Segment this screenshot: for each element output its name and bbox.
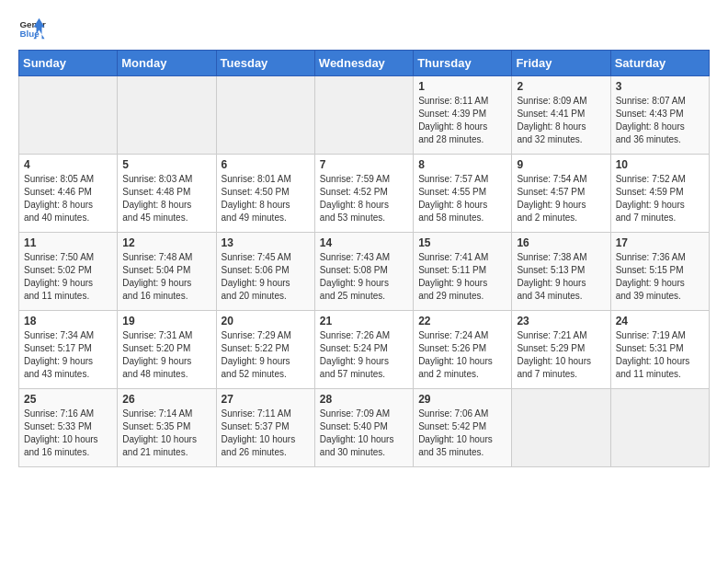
day-number: 25: [24, 393, 112, 406]
header-cell-tuesday: Tuesday: [216, 51, 314, 76]
day-number: 20: [222, 315, 310, 327]
day-cell: 21Sunrise: 7:26 AM Sunset: 5:24 PM Dayli…: [314, 311, 413, 389]
header-cell-friday: Friday: [512, 51, 610, 76]
logo: General Blue: [18, 15, 46, 42]
day-cell: 12Sunrise: 7:48 AM Sunset: 5:04 PM Dayli…: [118, 233, 216, 311]
day-number: 8: [418, 158, 506, 171]
day-cell: 11Sunrise: 7:50 AM Sunset: 5:02 PM Dayli…: [19, 233, 118, 311]
day-number: 12: [122, 236, 210, 249]
day-info: Sunrise: 7:11 AM Sunset: 5:37 PM Dayligh…: [222, 408, 310, 459]
week-row-3: 18Sunrise: 7:34 AM Sunset: 5:17 PM Dayli…: [19, 311, 710, 389]
day-info: Sunrise: 7:14 AM Sunset: 5:35 PM Dayligh…: [122, 408, 210, 459]
day-cell: 29Sunrise: 7:06 AM Sunset: 5:42 PM Dayli…: [414, 389, 512, 467]
day-cell: 15Sunrise: 7:41 AM Sunset: 5:11 PM Dayli…: [414, 233, 512, 311]
day-info: Sunrise: 7:26 AM Sunset: 5:24 PM Dayligh…: [320, 329, 408, 381]
week-row-4: 25Sunrise: 7:16 AM Sunset: 5:33 PM Dayli…: [19, 389, 710, 467]
day-number: 18: [24, 315, 112, 327]
day-number: 29: [418, 393, 506, 406]
day-number: 16: [517, 236, 605, 249]
day-number: 14: [320, 236, 408, 249]
day-cell: [216, 76, 314, 155]
day-info: Sunrise: 7:29 AM Sunset: 5:22 PM Dayligh…: [222, 329, 310, 381]
day-cell: 22Sunrise: 7:24 AM Sunset: 5:26 PM Dayli…: [414, 311, 512, 389]
week-row-0: 1Sunrise: 8:11 AM Sunset: 4:39 PM Daylig…: [19, 76, 710, 155]
day-cell: 26Sunrise: 7:14 AM Sunset: 5:35 PM Dayli…: [118, 389, 216, 467]
day-cell: 10Sunrise: 7:52 AM Sunset: 4:59 PM Dayli…: [610, 155, 709, 233]
day-number: 19: [122, 315, 210, 327]
day-cell: 27Sunrise: 7:11 AM Sunset: 5:37 PM Dayli…: [216, 389, 314, 467]
day-number: 4: [24, 158, 112, 171]
calendar-table: SundayMondayTuesdayWednesdayThursdayFrid…: [18, 50, 710, 467]
day-cell: 14Sunrise: 7:43 AM Sunset: 5:08 PM Dayli…: [314, 233, 413, 311]
day-info: Sunrise: 7:31 AM Sunset: 5:20 PM Dayligh…: [122, 329, 210, 381]
day-number: 27: [222, 393, 310, 406]
day-cell: 9Sunrise: 7:54 AM Sunset: 4:57 PM Daylig…: [512, 155, 610, 233]
day-number: 10: [616, 158, 704, 171]
day-info: Sunrise: 8:09 AM Sunset: 4:41 PM Dayligh…: [517, 95, 605, 146]
day-number: 13: [222, 236, 310, 249]
calendar-header-row: SundayMondayTuesdayWednesdayThursdayFrid…: [19, 51, 710, 76]
day-info: Sunrise: 7:54 AM Sunset: 4:57 PM Dayligh…: [517, 173, 605, 224]
header-cell-saturday: Saturday: [610, 51, 709, 76]
day-number: 23: [517, 315, 605, 327]
day-cell: 5Sunrise: 8:03 AM Sunset: 4:48 PM Daylig…: [118, 155, 216, 233]
day-info: Sunrise: 7:06 AM Sunset: 5:42 PM Dayligh…: [418, 408, 506, 459]
day-number: 21: [320, 315, 408, 327]
day-info: Sunrise: 8:05 AM Sunset: 4:46 PM Dayligh…: [24, 173, 112, 224]
day-info: Sunrise: 7:24 AM Sunset: 5:26 PM Dayligh…: [418, 329, 506, 381]
day-info: Sunrise: 7:38 AM Sunset: 5:13 PM Dayligh…: [517, 251, 605, 303]
day-number: 7: [320, 158, 408, 171]
day-info: Sunrise: 7:50 AM Sunset: 5:02 PM Dayligh…: [24, 251, 112, 303]
day-cell: 24Sunrise: 7:19 AM Sunset: 5:31 PM Dayli…: [610, 311, 709, 389]
day-cell: 2Sunrise: 8:09 AM Sunset: 4:41 PM Daylig…: [512, 76, 610, 155]
day-cell: 16Sunrise: 7:38 AM Sunset: 5:13 PM Dayli…: [512, 233, 610, 311]
header-cell-wednesday: Wednesday: [314, 51, 413, 76]
day-cell: 20Sunrise: 7:29 AM Sunset: 5:22 PM Dayli…: [216, 311, 314, 389]
day-info: Sunrise: 7:09 AM Sunset: 5:40 PM Dayligh…: [320, 408, 408, 459]
day-cell: 6Sunrise: 8:01 AM Sunset: 4:50 PM Daylig…: [216, 155, 314, 233]
day-cell: 19Sunrise: 7:31 AM Sunset: 5:20 PM Dayli…: [118, 311, 216, 389]
day-cell: 3Sunrise: 8:07 AM Sunset: 4:43 PM Daylig…: [610, 76, 709, 155]
day-info: Sunrise: 7:41 AM Sunset: 5:11 PM Dayligh…: [418, 251, 506, 303]
day-cell: [19, 76, 118, 155]
day-cell: 17Sunrise: 7:36 AM Sunset: 5:15 PM Dayli…: [610, 233, 709, 311]
day-cell: 23Sunrise: 7:21 AM Sunset: 5:29 PM Dayli…: [512, 311, 610, 389]
day-number: 2: [517, 80, 605, 93]
day-info: Sunrise: 8:07 AM Sunset: 4:43 PM Dayligh…: [616, 95, 704, 146]
day-number: 1: [418, 80, 506, 93]
day-number: 15: [418, 236, 506, 249]
day-number: 9: [517, 158, 605, 171]
day-number: 26: [122, 393, 210, 406]
day-cell: [610, 389, 709, 467]
day-info: Sunrise: 7:59 AM Sunset: 4:52 PM Dayligh…: [320, 173, 408, 224]
day-cell: 25Sunrise: 7:16 AM Sunset: 5:33 PM Dayli…: [19, 389, 118, 467]
day-info: Sunrise: 7:57 AM Sunset: 4:55 PM Dayligh…: [418, 173, 506, 224]
day-number: 17: [616, 236, 704, 249]
day-info: Sunrise: 7:36 AM Sunset: 5:15 PM Dayligh…: [616, 251, 704, 303]
day-info: Sunrise: 7:21 AM Sunset: 5:29 PM Dayligh…: [517, 329, 605, 381]
day-cell: [512, 389, 610, 467]
day-number: 3: [616, 80, 704, 93]
day-cell: 4Sunrise: 8:05 AM Sunset: 4:46 PM Daylig…: [19, 155, 118, 233]
day-cell: 8Sunrise: 7:57 AM Sunset: 4:55 PM Daylig…: [414, 155, 512, 233]
day-cell: 13Sunrise: 7:45 AM Sunset: 5:06 PM Dayli…: [216, 233, 314, 311]
week-row-1: 4Sunrise: 8:05 AM Sunset: 4:46 PM Daylig…: [19, 155, 710, 233]
day-info: Sunrise: 8:01 AM Sunset: 4:50 PM Dayligh…: [222, 173, 310, 224]
day-cell: [118, 76, 216, 155]
day-number: 6: [222, 158, 310, 171]
day-info: Sunrise: 8:03 AM Sunset: 4:48 PM Dayligh…: [122, 173, 210, 224]
header-cell-monday: Monday: [118, 51, 216, 76]
header-cell-sunday: Sunday: [19, 51, 118, 76]
header: General Blue: [18, 15, 710, 42]
day-number: 28: [320, 393, 408, 406]
day-info: Sunrise: 7:19 AM Sunset: 5:31 PM Dayligh…: [616, 329, 704, 381]
day-cell: [314, 76, 413, 155]
day-number: 22: [418, 315, 506, 327]
day-info: Sunrise: 7:43 AM Sunset: 5:08 PM Dayligh…: [320, 251, 408, 303]
logo-icon: General Blue: [18, 15, 46, 42]
day-number: 11: [24, 236, 112, 249]
day-info: Sunrise: 7:34 AM Sunset: 5:17 PM Dayligh…: [24, 329, 112, 381]
day-number: 5: [122, 158, 210, 171]
day-cell: 1Sunrise: 8:11 AM Sunset: 4:39 PM Daylig…: [414, 76, 512, 155]
day-info: Sunrise: 8:11 AM Sunset: 4:39 PM Dayligh…: [418, 95, 506, 146]
